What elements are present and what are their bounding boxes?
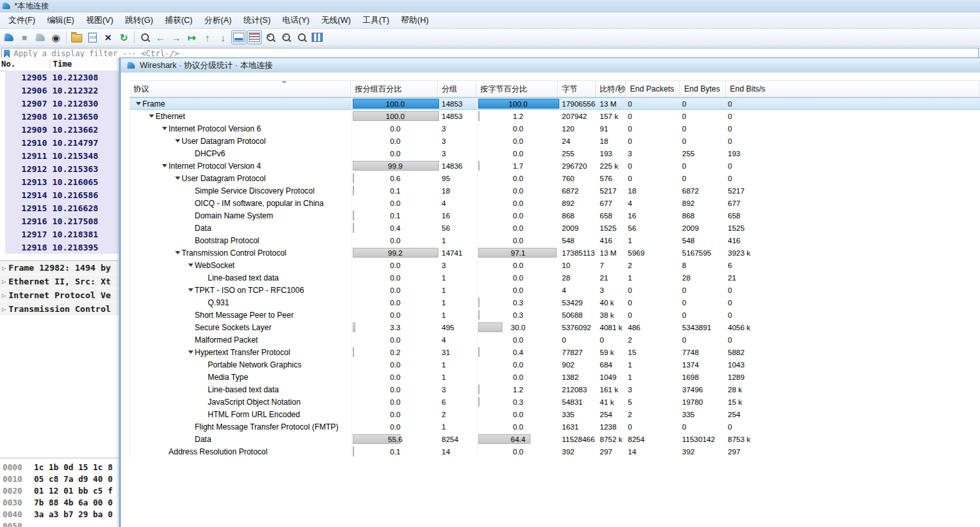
- menu-item-v[interactable]: 视图(V): [80, 13, 120, 28]
- expanded-arrow-icon[interactable]: [134, 97, 142, 110]
- protocol-row[interactable]: Domain Name System0.1160.086865816868658: [129, 209, 980, 222]
- expanded-arrow-icon[interactable]: [173, 135, 182, 147]
- hex-row[interactable]: 00307b 88 4b 6a 00 0: [0, 496, 119, 508]
- expanded-arrow-icon[interactable]: [173, 172, 182, 184]
- column-header-3[interactable]: 按字节百分比: [476, 81, 558, 97]
- menu-item-h[interactable]: 帮助(H): [395, 13, 434, 28]
- protocol-row[interactable]: User Datagram Protocol0.6950.0760576000: [129, 172, 980, 184]
- packet-row[interactable]: 1291710.218381: [5, 228, 119, 241]
- protocol-row[interactable]: OICQ - IM software, popular in China0.04…: [129, 197, 980, 209]
- detail-row[interactable]: ▷Transmission Control: [0, 302, 119, 315]
- previous-packet-button[interactable]: ←: [153, 30, 168, 44]
- last-packet-button[interactable]: ↓: [216, 30, 231, 44]
- protocol-row[interactable]: Line-based text data0.031.2212083161 k33…: [129, 383, 980, 396]
- first-packet-button[interactable]: ↑: [200, 30, 215, 44]
- hex-row[interactable]: 0050: [0, 520, 119, 527]
- menu-item-y[interactable]: 电话(Y): [276, 13, 316, 28]
- zoom-in-button[interactable]: +: [263, 30, 278, 44]
- capture-options-button[interactable]: ◉: [48, 30, 63, 44]
- reload-button[interactable]: ↻: [116, 30, 131, 44]
- packet-row[interactable]: 1291610.217508: [5, 214, 119, 228]
- protocol-row[interactable]: WebSocket0.030.0107286: [129, 259, 980, 271]
- resize-columns-button[interactable]: [310, 30, 325, 44]
- detail-row[interactable]: ▷Ethernet II, Src: Xt: [0, 275, 119, 288]
- next-packet-button[interactable]: →: [169, 30, 184, 44]
- menu-item-w[interactable]: 无线(W): [316, 13, 357, 28]
- column-header-1[interactable]: 按分组百分比: [351, 81, 438, 97]
- protocol-row[interactable]: Portable Network Graphics0.010.090268411…: [129, 358, 980, 371]
- hex-row[interactable]: 00403a a3 b7 29 ba 0: [0, 508, 119, 520]
- protocol-row[interactable]: Transmission Control Protocol99.21474197…: [129, 246, 980, 259]
- menu-item-g[interactable]: 跳转(G): [119, 13, 159, 28]
- protocol-row[interactable]: Malformed Packet0.040.000200: [129, 333, 980, 346]
- packet-row[interactable]: 1291810.218395: [5, 241, 119, 254]
- start-capture-button[interactable]: [1, 30, 16, 44]
- zoom-original-button[interactable]: [294, 30, 309, 44]
- stop-capture-button[interactable]: ■: [17, 30, 32, 44]
- protocol-row[interactable]: HTML Form URL Encoded0.020.0335254233525…: [129, 408, 980, 420]
- menu-item-s[interactable]: 统计(S): [237, 13, 276, 28]
- bookmark-icon[interactable]: [4, 50, 10, 58]
- find-packet-button[interactable]: [137, 30, 152, 44]
- packet-row[interactable]: 1291510.216628: [5, 201, 119, 214]
- protocol-row[interactable]: User Datagram Protocol0.030.02418000: [129, 135, 980, 147]
- close-file-button[interactable]: ×: [101, 30, 116, 44]
- expanded-arrow-icon[interactable]: [186, 346, 195, 358]
- hex-row[interactable]: 002001 12 01 bb c5 f: [0, 484, 119, 496]
- goto-packet-button[interactable]: ↦: [184, 30, 199, 44]
- menu-item-t[interactable]: 工具(T): [357, 13, 395, 28]
- protocol-row[interactable]: Data55.6825464.4115284668752 k8254115301…: [129, 433, 980, 445]
- menu-item-f[interactable]: 文件(F): [3, 13, 41, 28]
- hex-row[interactable]: 001005 c8 7a d9 40 0: [0, 473, 119, 484]
- column-header-protocol[interactable]: 协议: [129, 81, 351, 97]
- window-titlebar[interactable]: *本地连接: [0, 0, 980, 12]
- save-file-button[interactable]: [85, 30, 100, 44]
- protocol-row[interactable]: DHCPv60.030.02551933255193: [129, 147, 980, 160]
- expanded-arrow-icon[interactable]: [160, 122, 169, 135]
- autoscroll-toggle[interactable]: [231, 30, 246, 44]
- expanded-arrow-icon[interactable]: [186, 284, 195, 296]
- packet-row[interactable]: 1291410.216586: [5, 188, 119, 201]
- column-header-4[interactable]: 字节: [558, 81, 596, 97]
- protocol-row[interactable]: Q.9310.010.35342940 k000: [129, 296, 980, 309]
- detail-row[interactable]: ▷Frame 12982: 1494 by: [0, 261, 119, 274]
- protocol-row[interactable]: Data0.4560.0200915255620091525: [129, 222, 980, 234]
- packet-row[interactable]: 1290810.213650: [5, 110, 119, 123]
- restart-capture-button[interactable]: [33, 30, 48, 44]
- protocol-row[interactable]: Simple Service Discovery Protocol0.1180.…: [129, 184, 980, 197]
- column-header-no[interactable]: No.: [0, 60, 50, 69]
- expanded-arrow-icon[interactable]: [147, 110, 155, 122]
- packet-row[interactable]: 1290910.213662: [5, 123, 119, 136]
- packet-row[interactable]: 1291210.215363: [5, 162, 119, 175]
- open-file-button[interactable]: [69, 30, 84, 44]
- protocol-row[interactable]: Address Resolution Protocol0.1140.039229…: [129, 445, 980, 458]
- protocol-row[interactable]: Ethernet100.0148531.2207942157 k000: [129, 110, 980, 122]
- packet-row[interactable]: 1291110.215348: [5, 149, 119, 162]
- collapsed-arrow-icon[interactable]: ▷: [0, 305, 8, 313]
- column-header-time[interactable]: Time: [50, 60, 72, 69]
- column-header-8[interactable]: End Bits/s: [726, 81, 980, 97]
- protocol-row[interactable]: Line-based text data0.010.0282112821: [129, 271, 980, 284]
- hex-row[interactable]: 00001c 1b 0d 15 1c 8: [0, 461, 119, 473]
- column-header-2[interactable]: 分组: [438, 81, 476, 97]
- zoom-out-button[interactable]: −: [278, 30, 293, 44]
- colorize-toggle[interactable]: [247, 30, 262, 44]
- expanded-arrow-icon[interactable]: [173, 246, 182, 259]
- column-header-7[interactable]: End Bytes: [680, 81, 726, 97]
- protocol-row[interactable]: Bootstrap Protocol0.010.05484161548416: [129, 234, 980, 246]
- detail-row[interactable]: ▷Internet Protocol Ve: [0, 288, 119, 301]
- protocol-row[interactable]: Flight Message Transfer Protocol (FMTP)0…: [129, 420, 980, 433]
- protocol-row[interactable]: Media Type0.010.013821049116981289: [129, 371, 980, 383]
- collapsed-arrow-icon[interactable]: ▷: [0, 278, 8, 285]
- packet-row[interactable]: 1291010.214797: [5, 136, 119, 149]
- menu-item-c[interactable]: 捕获(C): [159, 13, 198, 28]
- protocol-row[interactable]: Secure Sockets Layer3.349530.05376092408…: [129, 321, 980, 333]
- protocol-row[interactable]: Internet Protocol Version 60.030.0120910…: [129, 122, 980, 135]
- protocol-row[interactable]: TPKT - ISO on TCP - RFC10060.010.043000: [129, 284, 980, 296]
- menu-item-e[interactable]: 编辑(E): [41, 13, 80, 28]
- packet-row[interactable]: 1291310.216065: [5, 175, 119, 188]
- packet-row[interactable]: 1290510.212308: [5, 71, 119, 84]
- column-header-6[interactable]: End Packets: [626, 81, 680, 97]
- protocol-row[interactable]: Frame100.014853100.01790655613 M000: [129, 97, 980, 110]
- protocol-row[interactable]: Internet Protocol Version 499.9148361.72…: [129, 160, 980, 172]
